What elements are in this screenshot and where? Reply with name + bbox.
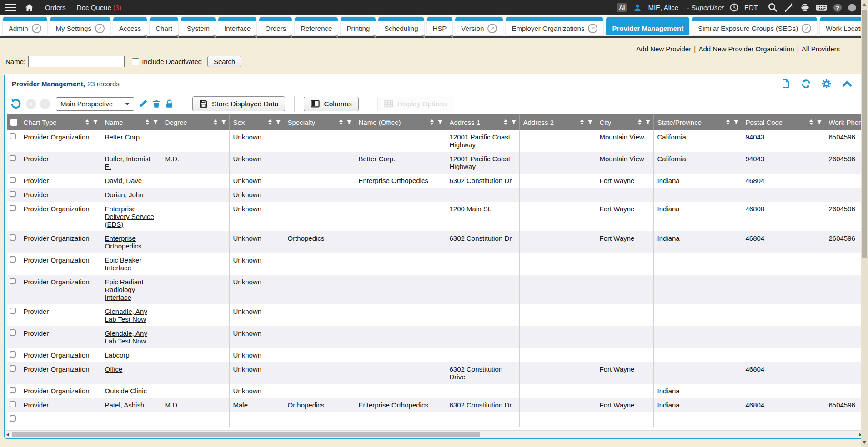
column-header-sex[interactable]: Sex	[229, 114, 284, 130]
provider-link[interactable]: Dorian, John	[105, 191, 144, 199]
row-checkbox[interactable]	[10, 387, 16, 393]
filter-icon[interactable]	[587, 119, 593, 125]
row-checkbox[interactable]	[10, 278, 16, 284]
row-checkbox[interactable]	[10, 401, 16, 407]
sort-icon[interactable]	[268, 119, 272, 125]
column-header-chart-type[interactable]: Chart Type	[20, 114, 101, 130]
tab-version[interactable]: Version↗	[455, 17, 503, 35]
sort-icon[interactable]	[504, 119, 507, 125]
menu-item-doc-queue[interactable]: Doc Queue(3)	[77, 4, 121, 11]
filter-icon[interactable]	[153, 119, 158, 125]
sort-icon[interactable]	[809, 119, 813, 125]
globe-icon[interactable]	[800, 3, 810, 12]
sort-icon[interactable]	[146, 119, 149, 125]
filter-icon[interactable]	[221, 119, 226, 125]
provider-link[interactable]: David, Dave	[105, 177, 142, 184]
tab-scheduling[interactable]: Scheduling	[378, 17, 424, 35]
name-input[interactable]	[28, 56, 125, 67]
scroll-left-arrow[interactable]	[6, 433, 9, 437]
provider-link[interactable]: Glenadle, Any Lab Test Now	[105, 308, 147, 323]
nav-forward-icon[interactable]: ›	[40, 99, 50, 109]
row-checkbox[interactable]	[10, 205, 16, 211]
row-checkbox[interactable]	[10, 155, 16, 161]
delete-perspective-icon[interactable]	[152, 99, 161, 109]
filter-icon[interactable]	[437, 119, 443, 125]
sort-icon[interactable]	[638, 119, 642, 125]
tab-reference[interactable]: Reference	[295, 17, 338, 35]
clock-icon[interactable]	[730, 3, 738, 12]
tab-provider-management[interactable]: Provider Management	[606, 17, 689, 35]
sort-icon[interactable]	[214, 119, 217, 125]
filter-icon[interactable]	[93, 119, 98, 125]
provider-link[interactable]: Enterprise Orthopedics	[105, 234, 142, 250]
row-checkbox[interactable]	[10, 234, 16, 241]
scroll-up-arrow[interactable]	[863, 3, 866, 6]
vertical-scroll-thumb[interactable]	[862, 10, 867, 258]
tab-my-settings[interactable]: My Settings↗	[50, 17, 110, 35]
home-icon[interactable]	[25, 3, 34, 12]
search-button[interactable]: Search	[207, 56, 242, 67]
provider-link[interactable]: Epic Beaker Interface	[105, 256, 142, 272]
column-header-postal-code[interactable]: Postal Code	[742, 114, 825, 130]
column-header-state-province[interactable]: State/Province	[653, 114, 742, 130]
office-link[interactable]: Enterprise Orthopedics	[359, 401, 428, 409]
search-icon[interactable]	[768, 2, 778, 13]
column-header-address-2[interactable]: Address 2	[519, 114, 596, 130]
sort-icon[interactable]	[85, 119, 89, 125]
row-checkbox[interactable]	[10, 365, 16, 372]
filter-icon[interactable]	[817, 119, 822, 125]
column-header-specialty[interactable]: Specialty	[284, 114, 355, 130]
provider-link[interactable]: Office	[105, 365, 123, 373]
filter-icon[interactable]	[645, 119, 651, 125]
help-icon[interactable]: ?	[833, 3, 842, 12]
tab-interface[interactable]: Interface	[218, 17, 256, 35]
sort-icon[interactable]	[726, 119, 730, 125]
provider-link[interactable]: Butler, Internist E.	[105, 155, 151, 170]
tab-system[interactable]: System	[181, 17, 216, 35]
tab-similar-exposure-groups-segs[interactable]: Similar Exposure Groups (SEGs)↗	[692, 17, 817, 35]
tab-printing[interactable]: Printing	[341, 17, 376, 35]
provider-link[interactable]: Better Corp.	[105, 133, 142, 141]
lock-perspective-icon[interactable]	[165, 99, 174, 109]
collapse-panel-icon[interactable]	[842, 80, 853, 87]
filter-icon[interactable]	[511, 119, 517, 125]
keyboard-icon[interactable]	[816, 4, 827, 12]
tab-hsp[interactable]: HSP	[427, 17, 453, 35]
row-checkbox[interactable]	[10, 308, 16, 314]
hamburger-menu-icon[interactable]	[5, 4, 16, 11]
wand-icon[interactable]	[784, 2, 794, 13]
refresh-icon[interactable]	[801, 79, 811, 89]
row-checkbox[interactable]	[10, 351, 16, 358]
row-checkbox[interactable]	[10, 177, 16, 183]
provider-link[interactable]: Outside Clinic	[105, 387, 147, 395]
column-header-work-phone[interactable]: Work Phone	[825, 114, 863, 130]
sort-icon[interactable]	[580, 119, 584, 125]
filter-icon[interactable]	[276, 119, 281, 125]
column-header-name-office[interactable]: Name (Office)	[355, 114, 446, 130]
provider-link[interactable]: Patel, Ashish	[105, 401, 145, 409]
filter-icon[interactable]	[346, 119, 352, 125]
provider-link[interactable]: Glendale, Any Lab Test Now	[105, 329, 147, 345]
column-header-city[interactable]: City	[596, 114, 653, 130]
tab-admin[interactable]: Admin↗	[3, 17, 47, 35]
nav-back-icon[interactable]: ‹	[26, 99, 36, 109]
row-checkbox[interactable]	[10, 191, 16, 197]
link-add-new-provider-organization[interactable]: Add New Provider Organization	[698, 45, 794, 53]
edit-perspective-icon[interactable]	[138, 99, 148, 109]
undo-icon[interactable]	[10, 98, 22, 110]
vertical-scrollbar[interactable]	[861, 0, 868, 447]
select-all-checkbox[interactable]	[10, 119, 17, 126]
provider-link[interactable]: Enterprise Delivery Service (EDS)	[105, 205, 154, 228]
link-all-providers[interactable]: All Providers	[802, 45, 840, 53]
sort-icon[interactable]	[339, 119, 343, 125]
ai-badge[interactable]: AI	[617, 3, 627, 12]
tab-access[interactable]: Access	[113, 17, 147, 35]
tab-employer-organizations[interactable]: Employer Organizations↗	[506, 17, 603, 35]
column-header-degree[interactable]: Degree	[161, 114, 229, 130]
include-deactivated-checkbox[interactable]	[132, 58, 139, 65]
row-checkbox[interactable]	[10, 415, 16, 422]
tab-orders[interactable]: Orders	[259, 17, 292, 35]
office-link[interactable]: Better Corp.	[359, 155, 396, 163]
gear-icon[interactable]	[821, 79, 832, 89]
provider-link[interactable]: Labcorp	[105, 351, 130, 359]
